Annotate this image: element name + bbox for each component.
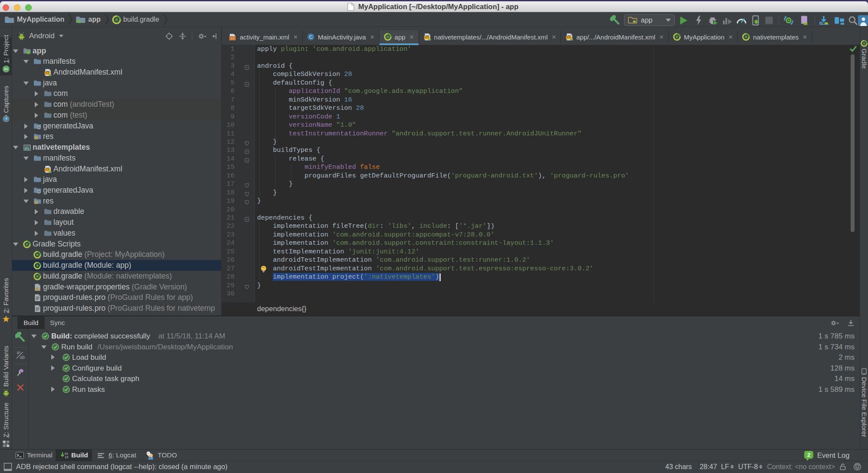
svg-text:01: 01 bbox=[65, 452, 68, 456]
svg-text:<>: <> bbox=[231, 36, 235, 40]
svg-text:10: 10 bbox=[65, 456, 68, 459]
svg-text:C: C bbox=[309, 34, 313, 39]
